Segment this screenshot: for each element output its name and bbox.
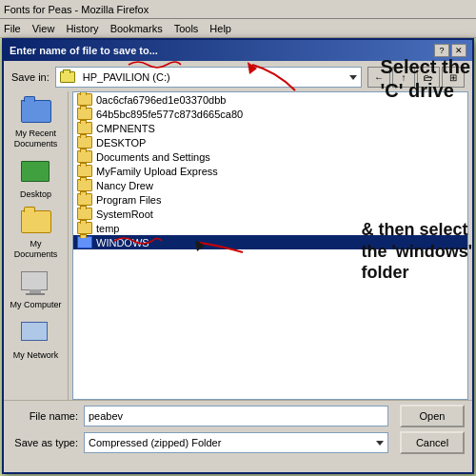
dropdown-arrow-icon <box>349 75 357 80</box>
file-item[interactable]: DESKTOP <box>73 135 467 149</box>
save-in-row: Save in: HP_PAVILION (C:) ← ↑ 🗁 ⊞ <box>4 61 472 91</box>
file-folder-icon <box>77 150 92 163</box>
savetype-label: Save as type: <box>11 437 78 448</box>
save-in-label: Save in: <box>11 71 50 83</box>
desktop-icon <box>21 161 50 182</box>
file-name-label: 0ac6cfa6796ed1e03370dbb <box>96 94 226 106</box>
sidebar-item-recent-docs[interactable]: My Recent Documents <box>6 95 67 154</box>
dialog-title: Enter name of file to save to... <box>10 45 158 56</box>
file-folder-icon <box>77 193 92 206</box>
my-network-icon <box>21 322 48 341</box>
file-name-label: Nancy Drew <box>96 180 153 191</box>
file-folder-icon <box>77 93 92 106</box>
file-name-label: Documents and Settings <box>96 151 210 163</box>
file-item[interactable]: Documents and Settings <box>73 149 467 164</box>
dialog-close-button[interactable]: ✕ <box>451 44 466 57</box>
new-folder-icon: 🗁 <box>424 72 433 83</box>
save-dialog: Enter name of file to save to... ? ✕ Sav… <box>2 38 474 474</box>
file-item[interactable]: Nancy Drew <box>73 178 467 192</box>
sidebar-label-recent-docs: My Recent Documents <box>14 129 58 149</box>
filename-label: File name: <box>11 410 78 422</box>
dialog-titlebar: Enter name of file to save to... ? ✕ <box>4 40 472 61</box>
toolbar-buttons: ← ↑ 🗁 ⊞ <box>367 67 465 88</box>
file-folder-icon <box>77 165 92 177</box>
browser-title: Fonts for Peas - Mozilla Firefox <box>4 4 149 15</box>
file-name-label: SystemRoot <box>96 208 153 220</box>
drive-icon <box>60 71 75 83</box>
my-computer-icon <box>21 271 48 290</box>
toolbar-views-button[interactable]: ⊞ <box>442 67 465 88</box>
savetype-arrow-icon <box>376 441 384 446</box>
savetype-value: Compressed (zipped) Folder <box>89 437 221 448</box>
sidebar-item-my-computer[interactable]: My Computer <box>6 267 67 315</box>
file-name-label: MyFamily Upload Express <box>96 166 218 177</box>
sidebar-label-my-documents: My Documents <box>9 239 64 260</box>
file-item[interactable]: Program Files <box>73 192 467 207</box>
left-sidebar: My Recent Documents Desktop My Documents <box>4 91 69 400</box>
my-documents-icon <box>21 210 51 233</box>
file-name-label: temp <box>96 223 119 234</box>
sidebar-item-my-network[interactable]: My Network <box>6 317 67 366</box>
bottom-section: File name: Open Save as type: Compressed… <box>4 400 472 462</box>
file-item[interactable]: 0ac6cfa6796ed1e03370dbb <box>73 92 467 107</box>
sidebar-label-my-network: My Network <box>13 350 59 361</box>
cancel-button-container: Cancel <box>400 431 465 454</box>
file-folder-icon <box>77 222 92 234</box>
file-item[interactable]: temp <box>73 221 467 235</box>
file-folder-icon <box>77 208 92 220</box>
toolbar-new-folder-button[interactable]: 🗁 <box>417 67 440 88</box>
toolbar-up-button[interactable]: ↑ <box>392 67 415 88</box>
file-list[interactable]: 0ac6cfa6796ed1e03370dbb64b5bc895fe577c87… <box>72 91 468 400</box>
save-in-dropdown[interactable]: HP_PAVILION (C:) <box>55 67 362 88</box>
file-item[interactable]: 64b5bc895fe577c873d665ca80 <box>73 107 467 121</box>
open-button[interactable]: Open <box>400 405 465 427</box>
action-buttons: Open <box>400 405 465 427</box>
file-folder-icon <box>77 136 92 149</box>
file-name-label: WINDOWS <box>96 237 149 248</box>
file-item[interactable]: MyFamily Upload Express <box>73 164 467 178</box>
file-name-label: DESKTOP <box>96 137 146 149</box>
menu-file[interactable]: File <box>4 23 21 34</box>
file-item[interactable]: CMPNENTS <box>73 121 467 135</box>
menu-tools[interactable]: Tools <box>174 23 199 34</box>
file-item[interactable]: SystemRoot <box>73 207 467 221</box>
file-folder-icon <box>77 108 92 120</box>
browser-menubar: File View History Bookmarks Tools Help <box>0 19 476 38</box>
menu-view[interactable]: View <box>32 23 55 34</box>
file-item[interactable]: WINDOWS <box>73 235 467 249</box>
toolbar-back-button[interactable]: ← <box>367 67 390 88</box>
file-name-label: Program Files <box>96 194 161 206</box>
sidebar-item-desktop[interactable]: Desktop <box>6 156 67 205</box>
main-area: My Recent Documents Desktop My Documents <box>4 91 472 400</box>
back-icon: ← <box>374 72 384 83</box>
menu-help[interactable]: Help <box>209 23 231 34</box>
file-name-label: CMPNENTS <box>96 123 155 134</box>
sidebar-label-desktop: Desktop <box>20 189 51 200</box>
file-folder-icon <box>77 236 92 248</box>
filename-row: File name: Open <box>11 405 465 427</box>
save-in-value: HP_PAVILION (C:) <box>83 71 170 83</box>
up-icon: ↑ <box>402 72 407 83</box>
dialog-help-button[interactable]: ? <box>434 44 449 57</box>
savetype-row: Save as type: Compressed (zipped) Folder… <box>11 431 465 454</box>
menu-bookmarks[interactable]: Bookmarks <box>110 23 163 34</box>
file-folder-icon <box>77 179 92 191</box>
cancel-button[interactable]: Cancel <box>400 431 465 454</box>
sidebar-item-my-documents[interactable]: My Documents <box>6 206 67 265</box>
filename-input[interactable] <box>84 406 388 426</box>
sidebar-label-my-computer: My Computer <box>10 300 61 310</box>
browser-titlebar: Fonts for Peas - Mozilla Firefox <box>0 0 476 19</box>
savetype-dropdown[interactable]: Compressed (zipped) Folder <box>84 432 388 453</box>
recent-docs-icon <box>21 100 51 123</box>
file-name-label: 64b5bc895fe577c873d665ca80 <box>96 109 243 120</box>
file-folder-icon <box>77 122 92 134</box>
views-icon: ⊞ <box>449 72 457 83</box>
menu-history[interactable]: History <box>66 23 98 34</box>
dialog-title-buttons: ? ✕ <box>434 44 466 57</box>
